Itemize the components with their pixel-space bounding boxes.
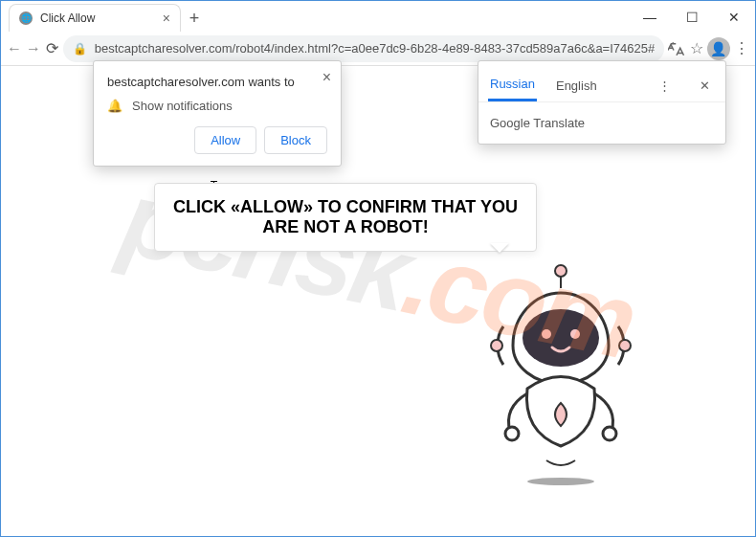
translate-close-icon[interactable]: ✕ bbox=[694, 75, 716, 97]
robot-shadow bbox=[527, 478, 594, 485]
permission-origin: bestcaptcharesolver.com wants to bbox=[107, 75, 327, 89]
window-titlebar: 🌐 Click Allow × + — ☐ ✕ bbox=[1, 1, 755, 32]
lock-icon: 🔒 bbox=[73, 42, 87, 56]
google-word: Google bbox=[490, 116, 530, 130]
maximize-button[interactable]: ☐ bbox=[671, 3, 713, 32]
headline-bubble: CLICK «ALLOW» TO CONFIRM THAT YOU ARE NO… bbox=[154, 183, 537, 252]
translate-brand: Google Translate bbox=[478, 101, 725, 144]
new-tab-button[interactable]: + bbox=[181, 5, 208, 32]
headline-text: CLICK «ALLOW» TO CONFIRM THAT YOU ARE NO… bbox=[173, 197, 518, 236]
translate-word: Translate bbox=[530, 116, 585, 130]
address-bar[interactable]: 🔒 bestcaptcharesolver.com/robot4/index.h… bbox=[63, 35, 664, 62]
tab-title: Click Allow bbox=[40, 11, 95, 25]
close-icon[interactable]: × bbox=[322, 69, 331, 86]
translate-icon[interactable] bbox=[668, 34, 685, 63]
permission-label: Show notifications bbox=[132, 99, 233, 113]
profile-avatar[interactable]: 👤 bbox=[707, 34, 730, 63]
minimize-button[interactable]: — bbox=[629, 3, 671, 32]
browser-tab[interactable]: 🌐 Click Allow × bbox=[9, 4, 181, 32]
translate-popup: Russian English ⋮ ✕ Google Translate bbox=[478, 60, 726, 145]
translate-menu-icon[interactable]: ⋮ bbox=[653, 75, 677, 97]
block-button[interactable]: Block bbox=[264, 126, 327, 154]
svg-point-5 bbox=[491, 340, 502, 351]
bell-icon: 🔔 bbox=[107, 99, 122, 113]
svg-point-8 bbox=[603, 427, 616, 440]
allow-button[interactable]: Allow bbox=[194, 126, 256, 154]
translate-tab-russian[interactable]: Russian bbox=[488, 69, 537, 101]
close-window-button[interactable]: ✕ bbox=[713, 3, 755, 32]
close-tab-icon[interactable]: × bbox=[163, 11, 170, 26]
globe-icon: 🌐 bbox=[19, 11, 33, 25]
robot-illustration bbox=[460, 259, 661, 480]
svg-point-0 bbox=[555, 265, 567, 277]
url-text: bestcaptcharesolver.com/robot4/index.htm… bbox=[95, 41, 655, 56]
permission-row: 🔔 Show notifications bbox=[107, 99, 327, 113]
back-button[interactable]: ← bbox=[7, 34, 22, 63]
window-controls: — ☐ ✕ bbox=[629, 3, 755, 32]
star-icon[interactable]: ☆ bbox=[689, 34, 703, 63]
svg-point-4 bbox=[570, 329, 580, 339]
menu-icon[interactable]: ⋮ bbox=[734, 34, 749, 63]
forward-button: → bbox=[26, 34, 41, 63]
reload-button[interactable]: ⟳ bbox=[45, 34, 59, 63]
permission-dialog: × bestcaptcharesolver.com wants to 🔔 Sho… bbox=[93, 60, 342, 167]
svg-point-7 bbox=[505, 427, 519, 440]
translate-tab-english[interactable]: English bbox=[554, 71, 599, 101]
svg-point-6 bbox=[619, 340, 631, 351]
svg-point-2 bbox=[523, 309, 599, 367]
svg-point-3 bbox=[542, 329, 551, 339]
